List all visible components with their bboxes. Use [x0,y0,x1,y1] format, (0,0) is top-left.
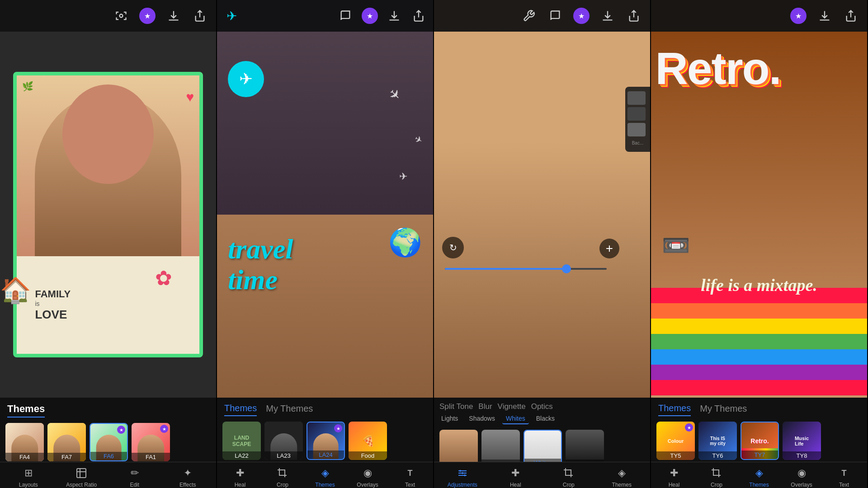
themes-icon-p2: ◈ [318,466,332,480]
share-icon-p3[interactable] [626,8,642,24]
thumb-TY5[interactable]: Colour ★ TY5 [656,422,695,460]
thumb-label-blacks: Blacks [566,460,604,462]
nav-adjustments-p3[interactable]: Adjustments [436,466,489,488]
image-area-panel-1: FAMILY is LOVE ✿ ♥ 🌿 🏠 [0,0,216,398]
panel-1: ★ FAMILY is LOVE [0,0,217,488]
optics-tab[interactable]: Optics [531,402,553,409]
nav-heal-p2[interactable]: ✚ Heal [219,466,261,488]
nav-heal-p3[interactable]: ✚ Heal [489,466,542,488]
themes-tab-p4[interactable]: Themes [658,403,691,416]
blur-tab[interactable]: Blur [478,402,492,409]
tools-icon-p3[interactable] [521,8,537,24]
thumb-whites[interactable]: Whites [524,430,562,462]
thumb-TY8[interactable]: MusicLife TY8 [783,422,821,460]
slider-panel: Bac... [625,87,650,152]
nav-text-p4[interactable]: T Text [823,466,865,488]
bottom-bar-panel-1: Themes FA4 FA7 ★ FA6 [0,398,216,488]
text-icon-p2: T [403,466,417,480]
heal-icon-p4: ✚ [667,466,681,480]
download-icon-p2[interactable] [386,8,402,24]
thumb-TY6[interactable]: This ISmy city TY6 [698,422,737,460]
plane-toolbar-icon[interactable]: ✈ [223,8,240,24]
focus-icon[interactable] [113,8,129,24]
nav-heal-p4[interactable]: ✚ Heal [653,466,695,488]
text-label-p2: Text [405,482,415,488]
nav-themes-p3[interactable]: ◈ Themes [595,466,649,488]
download-icon-p4[interactable] [816,8,833,24]
nav-aspect-ratio[interactable]: Aspect Ratio [55,466,108,488]
adjustment-slider[interactable] [445,268,607,270]
thumb-FA4[interactable]: FA4 [5,423,44,461]
thumb-label-FA6: FA6 [90,452,127,460]
nav-overlays-p4[interactable]: ◉ Overlays [780,466,823,488]
overlays-icon-p4: ◉ [794,466,809,480]
vignette-tab[interactable]: Vignette [498,402,526,409]
undo-button[interactable]: ↻ [442,237,464,258]
thumb-star-TY5: ★ [685,423,693,432]
crop-icon-p4 [709,466,724,480]
star-icon[interactable]: ★ [139,8,156,24]
thumb-LA23[interactable]: LA23 [264,422,303,460]
house-deco: 🏠 [0,276,31,305]
themes-label-p2: Themes [315,482,335,488]
split-tone-tab[interactable]: Split Tone [439,402,473,409]
thumb-label-LA23: LA23 [264,451,303,460]
family-text: FAMILY is LOVE [35,288,71,322]
nav-text-p2[interactable]: T Text [389,466,431,488]
thumb-shadows[interactable]: Shadows [481,430,520,462]
bottom-bar-panel-3: Split Tone Blur Vignette Optics Lights S… [434,398,650,488]
nav-effects[interactable]: ✦ Effects [161,466,215,488]
nav-edit[interactable]: ✏ Edit [108,466,161,488]
share-icon[interactable] [192,8,208,24]
download-icon-p3[interactable] [599,8,616,24]
book-icon-p3[interactable] [547,8,563,24]
panel-2: ✈ ★ ✈ ✈ ✈ ✈ travel time [217,0,434,488]
download-icon[interactable] [165,8,182,24]
plane-3: ✈ [399,171,407,183]
thumb-label-FA1: FA1 [132,453,170,461]
nav-themes-p4[interactable]: ◈ Themes [738,466,780,488]
thumb-adj-1[interactable] [439,430,478,462]
crop-icon-p2 [275,466,290,480]
nav-themes-p2[interactable]: ◈ Themes [304,466,346,488]
param-lights[interactable]: Lights [438,413,462,424]
crop-label-p2: Crop [277,482,288,488]
share-icon-p2[interactable] [410,8,427,24]
nav-bar-panel-2: ✚ Heal Crop ◈ Themes ◉ Overlays T [217,462,433,488]
toolbar-panel-2: ✈ ★ [217,0,433,32]
star-icon-p4[interactable]: ★ [790,8,807,24]
thumb-FA6[interactable]: ★ FA6 [90,423,128,461]
nav-crop-p3[interactable]: Crop [542,466,595,488]
thumb-FA1[interactable]: ★ FA1 [132,423,170,461]
heart-deco: ♥ [186,89,194,105]
thumb-star-FA6: ★ [117,426,125,434]
overlays-label-p2: Overlays [357,482,378,488]
thumb-LA22[interactable]: LANDSCAPE LA22 [222,422,261,460]
my-themes-tab-p2[interactable]: My Themes [266,404,313,416]
thumb-FA7[interactable]: FA7 [47,423,86,461]
thumb-label-food: Food [349,451,387,460]
text-icon-p4: T [837,466,851,480]
param-whites[interactable]: Whites [502,413,529,424]
thumb-food[interactable]: 🍕 Food [349,422,387,460]
book-icon[interactable] [337,8,354,24]
share-icon-p4[interactable] [843,8,859,24]
param-blacks[interactable]: Blacks [533,413,558,424]
themes-tab[interactable]: Themes [7,403,45,418]
themes-tab-p2[interactable]: Themes [224,403,257,416]
nav-layouts[interactable]: ⊞ Layouts [2,466,55,488]
star-icon-p2[interactable]: ★ [362,8,378,24]
nav-overlays-p2[interactable]: ◉ Overlays [346,466,389,488]
thumb-TY7[interactable]: Retro. TY7 [741,422,779,460]
plus-button[interactable]: + [599,239,619,258]
themes-tabs-panel-4: Themes My Themes [651,398,867,418]
my-themes-tab-p4[interactable]: My Themes [700,404,747,416]
heal-label-p4: Heal [669,482,680,488]
thumb-LA24[interactable]: ✈ ★ LA24 [307,422,345,460]
thumb-blacks[interactable]: Blacks [566,430,604,462]
nav-crop-p2[interactable]: Crop [261,466,304,488]
star-icon-p3[interactable]: ★ [573,8,590,24]
edit-label: Edit [130,482,139,488]
nav-crop-p4[interactable]: Crop [695,466,738,488]
param-shadows[interactable]: Shadows [465,413,499,424]
